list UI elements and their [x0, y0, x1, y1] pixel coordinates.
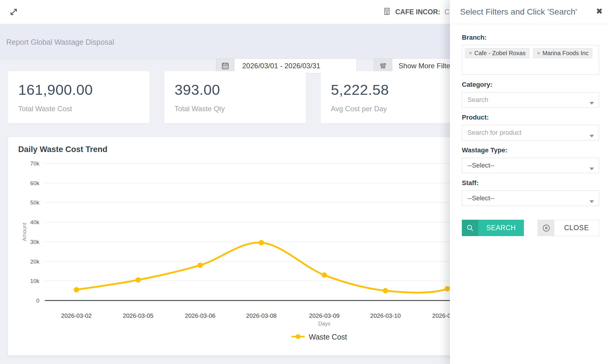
branch-tag-label: Marina Foods Inc: [542, 50, 589, 57]
staff-value: --Select--: [467, 194, 494, 202]
x-axis-ticks: 2026-03-02 2026-03-05 2026-03-06 2026-03…: [61, 312, 462, 319]
branch-tag-label: Cafe - Zobel Roxas: [474, 50, 526, 57]
svg-text:50k: 50k: [30, 199, 39, 206]
filter-panel: Select Filters and Click 'Search' ✖ Bran…: [450, 0, 611, 364]
staff-select[interactable]: --Select--: [462, 190, 599, 206]
tag-remove-icon[interactable]: ×: [469, 50, 472, 57]
category-placeholder: Search: [467, 96, 488, 104]
wastage-type-select[interactable]: --Select--: [462, 158, 599, 173]
company-label: CAFE INCOR:: [395, 8, 440, 16]
legend-label: Waste Cost: [309, 333, 347, 341]
branch-tag[interactable]: × Marina Foods Inc: [533, 48, 592, 58]
expand-button[interactable]: [8, 7, 19, 17]
close-button[interactable]: CLOSE: [538, 220, 599, 236]
chart-legend: Waste Cost: [291, 333, 347, 341]
app-root: CAFE INCOR: CLIBA Report Global Wastage …: [0, 0, 611, 364]
caret-down-icon: [590, 132, 594, 140]
branch-tag[interactable]: × Cafe - Zobel Roxas: [465, 48, 529, 58]
caret-down-icon: [590, 197, 594, 205]
staff-label: Staff:: [462, 179, 599, 187]
stat-label: Avg Cost per Day: [331, 105, 462, 113]
svg-text:2026-03-09: 2026-03-09: [309, 312, 340, 319]
stat-card-avg-cost-per-day: 5,222.58 Avg Cost per Day: [321, 71, 462, 123]
circle-x-icon: [538, 220, 554, 236]
svg-text:30k: 30k: [30, 239, 39, 245]
expand-arrows-icon: [8, 13, 19, 18]
svg-text:40k: 40k: [30, 219, 39, 225]
category-label: Category:: [462, 81, 599, 89]
wastage-type-value: --Select--: [467, 162, 494, 169]
tag-remove-icon[interactable]: ×: [537, 50, 540, 57]
product-select[interactable]: Search for product: [462, 125, 599, 140]
page-title: Report Global Wastage Disposal: [6, 24, 114, 60]
stat-card-total-waste-cost: 161,900.00 Total Waste Cost: [8, 71, 149, 123]
svg-text:2026-03-06: 2026-03-06: [185, 312, 215, 319]
svg-text:0: 0: [36, 298, 39, 304]
waste-cost-points: [74, 240, 450, 293]
stat-label: Total Waste Qty: [175, 105, 306, 113]
branch-label: Branch:: [462, 34, 599, 41]
svg-text:2026-03-02: 2026-03-02: [61, 312, 92, 319]
stat-value: 161,900.00: [18, 81, 149, 98]
svg-text:2026-03-05: 2026-03-05: [123, 312, 153, 319]
y-axis-label: Amount: [21, 223, 27, 241]
wastage-type-label: Wastage Type:: [462, 146, 599, 154]
building-icon: [383, 7, 391, 17]
caret-down-icon: [590, 99, 594, 107]
filter-panel-header: Select Filters and Click 'Search' ✖: [450, 0, 611, 24]
waste-cost-line-chart: 70k 60k 50k 40k 30k 20k 10k 0 Amount Day…: [8, 137, 503, 355]
line-dot-marker-icon: [291, 334, 305, 341]
caret-down-icon: [590, 165, 594, 172]
stat-label: Total Waste Cost: [18, 105, 149, 113]
svg-text:10k: 10k: [30, 278, 39, 284]
x-axis-label: Days: [318, 321, 330, 327]
stat-value: 5,222.58: [331, 81, 462, 98]
product-label: Product:: [462, 114, 599, 121]
product-placeholder: Search for product: [467, 129, 521, 137]
branch-multiselect[interactable]: × Cafe - Zobel Roxas × Marina Foods Inc: [462, 45, 599, 75]
svg-text:20k: 20k: [30, 258, 39, 265]
svg-text:70k: 70k: [30, 160, 39, 167]
stat-value: 393.00: [175, 81, 306, 98]
panel-close-icon[interactable]: ✖: [596, 6, 603, 17]
svg-text:60k: 60k: [30, 180, 39, 186]
magnifier-icon: [462, 220, 478, 236]
search-button[interactable]: SEARCH: [462, 220, 524, 236]
search-button-label: SEARCH: [478, 220, 524, 236]
stat-card-total-waste-qty: 393.00 Total Waste Qty: [164, 71, 306, 123]
svg-text:2026-03-08: 2026-03-08: [246, 312, 277, 319]
waste-cost-line: [76, 243, 470, 293]
close-button-label: CLOSE: [554, 220, 599, 236]
category-select[interactable]: Search: [462, 92, 599, 108]
svg-text:2026-03-10: 2026-03-10: [370, 312, 401, 319]
filter-panel-title: Select Filters and Click 'Search': [460, 0, 577, 24]
